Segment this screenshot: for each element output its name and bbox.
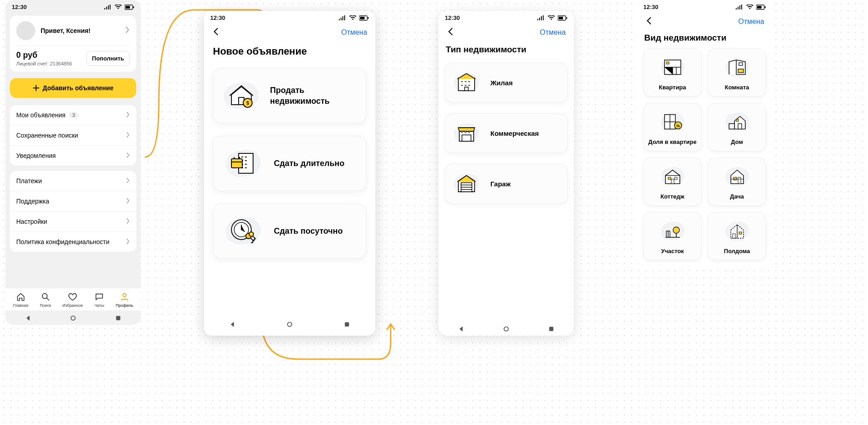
menu-my-listings[interactable]: Мои объявления3 <box>10 105 136 125</box>
nav-back-icon[interactable] <box>458 326 464 332</box>
status-bar: 12:30 <box>439 11 574 23</box>
cancel-button[interactable]: Отмена <box>540 28 566 37</box>
residential-building-icon <box>451 69 482 96</box>
nav-home-icon[interactable] <box>286 321 293 328</box>
tab-bar: Главная Поиск Избранное Чаты Профиль <box>5 288 141 310</box>
wifi-icon <box>349 15 356 21</box>
svg-text:$: $ <box>246 100 249 106</box>
svg-rect-50 <box>739 232 742 234</box>
status-icons <box>537 15 568 21</box>
type-label: Гараж <box>490 180 511 188</box>
kind-share[interactable]: % Доля в квартире <box>643 103 702 151</box>
svg-rect-6 <box>116 316 120 320</box>
svg-point-49 <box>673 227 679 233</box>
kind-dacha[interactable]: Дача <box>708 157 766 206</box>
balance-block: 0 руб Лицевой счет: 21364856 <box>16 51 72 66</box>
status-time: 12:30 <box>643 4 658 10</box>
chevron-right-icon <box>126 111 130 119</box>
nav-home-icon[interactable] <box>70 315 76 321</box>
tab-profile[interactable]: Профиль <box>115 292 133 308</box>
kind-room[interactable]: Комната <box>708 48 766 97</box>
svg-rect-1 <box>125 6 130 9</box>
kind-label: Доля в квартире <box>648 139 697 145</box>
option-rent-daily[interactable]: Сдать посуточно <box>213 203 366 259</box>
nav-home-icon[interactable] <box>503 326 509 332</box>
nav-back-icon[interactable] <box>25 315 31 321</box>
chevron-right-icon <box>126 238 130 245</box>
nav-back-icon[interactable] <box>229 321 235 328</box>
menu-settings[interactable]: Настройки <box>10 212 136 232</box>
page-title: Тип недвижимости <box>439 39 574 57</box>
menu-label: Платежи <box>16 177 42 185</box>
menu-support[interactable]: Поддержка <box>10 191 136 212</box>
chat-icon <box>94 292 104 302</box>
tab-home[interactable]: Главная <box>13 292 28 308</box>
floorplan-icon <box>657 55 688 79</box>
back-button[interactable] <box>212 28 220 37</box>
option-rent-long[interactable]: Сдать длительно <box>213 136 366 191</box>
profile-row[interactable]: Привет, Ксения! <box>16 21 130 46</box>
tab-chats[interactable]: Чаты <box>94 292 104 308</box>
room-icon <box>721 55 753 79</box>
back-button[interactable] <box>645 17 653 27</box>
battery-icon <box>125 5 134 10</box>
svg-rect-23 <box>566 17 567 19</box>
menu-label: Политика конфиденциальности <box>16 238 110 245</box>
cancel-button[interactable]: Отмена <box>739 18 764 26</box>
kind-apartment[interactable]: Квартира <box>643 48 702 97</box>
clock-keys-icon <box>222 213 265 249</box>
status-bar: 12:30 <box>5 0 141 12</box>
svg-text:%: % <box>676 124 679 128</box>
heart-icon <box>68 292 78 302</box>
svg-point-19 <box>287 322 291 326</box>
topup-button[interactable]: Пополнить <box>86 51 130 66</box>
kind-house[interactable]: Дом <box>708 103 766 151</box>
svg-rect-36 <box>738 69 743 73</box>
nav-recents-icon[interactable] <box>115 315 121 321</box>
dacha-icon <box>721 164 753 189</box>
greeting-text: Привет, Ксения! <box>41 27 120 34</box>
chevron-right-icon <box>126 218 130 225</box>
type-garage[interactable]: Гараж <box>445 164 568 203</box>
type-commercial[interactable]: Коммерческая <box>445 113 568 153</box>
svg-rect-32 <box>757 6 762 9</box>
menu-privacy[interactable]: Политика конфиденциальности <box>10 232 136 252</box>
type-residential[interactable]: Жилая <box>445 63 568 102</box>
screen-property-type: 12:30 Отмена Тип недвижимости Жилая Комм… <box>439 11 574 336</box>
android-nav-bar <box>5 310 141 325</box>
battery-icon <box>558 15 568 21</box>
cancel-button[interactable]: Отмена <box>342 28 367 37</box>
wifi-icon <box>548 15 555 21</box>
option-label: Сдать посуточно <box>274 226 343 236</box>
svg-rect-43 <box>736 119 739 121</box>
tab-search[interactable]: Поиск <box>40 292 51 308</box>
svg-rect-14 <box>231 159 242 168</box>
kind-land[interactable]: Участок <box>643 212 702 260</box>
house-icon <box>721 110 753 134</box>
kind-label: Комната <box>725 84 749 91</box>
option-sell[interactable]: $ Продать недвижимость <box>213 68 366 123</box>
type-label: Жилая <box>490 79 512 87</box>
wifi-icon <box>115 5 122 10</box>
menu-notifications[interactable]: Уведомления <box>10 146 136 166</box>
svg-point-4 <box>123 294 126 297</box>
tab-favorites[interactable]: Избранное <box>62 292 83 308</box>
chevron-right-icon <box>125 27 130 35</box>
chevron-right-icon <box>126 177 130 185</box>
signal-icon <box>338 15 346 21</box>
option-label: Продать недвижимость <box>270 85 358 107</box>
menu-saved-searches[interactable]: Сохраненные поиски <box>10 125 136 146</box>
kind-cottage[interactable]: Коттедж <box>643 157 702 206</box>
kind-half-house[interactable]: Полдома <box>708 212 766 260</box>
search-icon <box>41 292 51 302</box>
nav-recents-icon[interactable] <box>344 321 350 328</box>
back-button[interactable] <box>447 28 455 37</box>
kind-label: Квартира <box>659 84 686 91</box>
count-badge: 3 <box>69 112 78 118</box>
menu-payments[interactable]: Платежи <box>10 171 136 191</box>
nav-recents-icon[interactable] <box>548 326 554 332</box>
building-calendar-icon <box>222 145 265 181</box>
svg-rect-2 <box>133 6 134 8</box>
add-listing-button[interactable]: Добавить объявление <box>10 78 136 98</box>
svg-rect-51 <box>733 234 735 238</box>
